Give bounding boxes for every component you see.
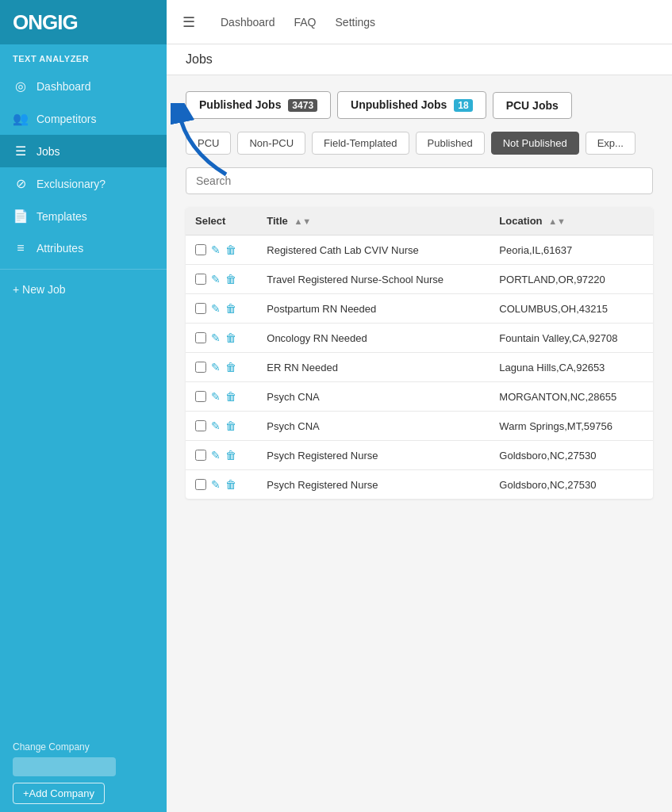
title-cell-4: ER RN Needed bbox=[257, 353, 490, 382]
filter-field-templated[interactable]: Field-Templated bbox=[312, 132, 409, 155]
attributes-icon: ≡ bbox=[13, 241, 29, 255]
search-wrap bbox=[186, 167, 653, 194]
jobs-table: Select Title ▲▼ Location ▲▼ ✎ bbox=[186, 207, 653, 499]
location-sort-icon[interactable]: ▲▼ bbox=[548, 216, 566, 226]
sidebar-item-competitors[interactable]: 👥 Competitors bbox=[0, 102, 167, 135]
unpublished-jobs-label: Unpublished Jobs bbox=[351, 98, 447, 111]
select-cell-5: ✎ 🗑 bbox=[186, 382, 257, 412]
delete-icon-1[interactable]: 🗑 bbox=[225, 273, 236, 285]
row-checkbox-8[interactable] bbox=[195, 479, 206, 490]
table-row: ✎ 🗑 Psych CNA MORGANTON,NC,28655 bbox=[186, 382, 653, 412]
sidebar-item-dashboard[interactable]: ◎ Dashboard bbox=[0, 70, 167, 102]
add-company-button[interactable]: +Add Company bbox=[13, 783, 105, 804]
hamburger-icon[interactable]: ☰ bbox=[182, 13, 195, 31]
sidebar-item-templates[interactable]: 📄 Templates bbox=[0, 200, 167, 232]
row-checkbox-4[interactable] bbox=[195, 362, 206, 373]
edit-icon-8[interactable]: ✎ bbox=[211, 478, 221, 491]
row-checkbox-1[interactable] bbox=[195, 274, 206, 285]
table-row: ✎ 🗑 Travel Registered Nurse-School Nurse… bbox=[186, 265, 653, 294]
sidebar-item-exclusionary[interactable]: ⊘ Exclusionary? bbox=[0, 167, 167, 200]
edit-icon-7[interactable]: ✎ bbox=[211, 449, 221, 462]
title-sort-icon[interactable]: ▲▼ bbox=[294, 216, 311, 226]
filter-pcu[interactable]: PCU bbox=[186, 132, 231, 155]
row-checkbox-7[interactable] bbox=[195, 450, 206, 461]
row-checkbox-0[interactable] bbox=[195, 244, 206, 255]
sidebar: ONGIG TEXT ANALYZER ◎ Dashboard 👥 Compet… bbox=[0, 0, 167, 812]
location-cell-0: Peoria,IL,61637 bbox=[490, 236, 653, 265]
text-analyzer-label: TEXT ANALYZER bbox=[0, 44, 167, 70]
tab-published-jobs[interactable]: Published Jobs 3473 bbox=[186, 91, 331, 119]
col-location: Location ▲▼ bbox=[490, 207, 653, 236]
new-job-label: + New Job bbox=[13, 283, 66, 296]
table-row: ✎ 🗑 Psych Registered Nurse Goldsboro,NC,… bbox=[186, 470, 653, 500]
select-cell-1: ✎ 🗑 bbox=[186, 265, 257, 294]
delete-icon-2[interactable]: 🗑 bbox=[225, 302, 236, 315]
change-company-section: Change Company +Add Company bbox=[0, 733, 167, 812]
table-row: ✎ 🗑 Postpartum RN Needed COLUMBUS,OH,432… bbox=[186, 294, 653, 324]
change-company-label: Change Company bbox=[13, 741, 154, 753]
tab-unpublished-jobs[interactable]: Unpublished Jobs 18 bbox=[337, 91, 486, 119]
delete-icon-4[interactable]: 🗑 bbox=[225, 361, 236, 373]
sidebar-item-label: Exclusionary? bbox=[36, 178, 106, 190]
content-area: Published Jobs 3473 Unpublished Jobs 18 … bbox=[167, 75, 672, 812]
exclusionary-icon: ⊘ bbox=[13, 176, 29, 191]
tab-pcu-jobs[interactable]: PCU Jobs bbox=[493, 92, 572, 119]
table-row: ✎ 🗑 ER RN Needed Laguna Hills,CA,92653 bbox=[186, 353, 653, 382]
row-checkbox-5[interactable] bbox=[195, 391, 206, 402]
sidebar-divider bbox=[0, 269, 167, 270]
title-cell-5: Psych CNA bbox=[257, 382, 490, 412]
templates-icon: 📄 bbox=[13, 209, 29, 224]
title-cell-6: Psych CNA bbox=[257, 412, 490, 441]
topnav-settings[interactable]: Settings bbox=[336, 13, 376, 32]
sidebar-item-new-job[interactable]: + New Job bbox=[0, 274, 167, 304]
delete-icon-5[interactable]: 🗑 bbox=[225, 390, 236, 403]
location-cell-6: Warm Springs,MT,59756 bbox=[490, 412, 653, 441]
delete-icon-6[interactable]: 🗑 bbox=[225, 419, 236, 432]
filter-exp[interactable]: Exp... bbox=[586, 132, 636, 155]
edit-icon-2[interactable]: ✎ bbox=[211, 302, 221, 315]
topnav-dashboard[interactable]: Dashboard bbox=[221, 13, 275, 32]
delete-icon-3[interactable]: 🗑 bbox=[225, 331, 236, 344]
edit-icon-5[interactable]: ✎ bbox=[211, 390, 221, 403]
edit-icon-3[interactable]: ✎ bbox=[211, 331, 221, 344]
job-tabs-row: Published Jobs 3473 Unpublished Jobs 18 … bbox=[186, 91, 653, 119]
delete-icon-0[interactable]: 🗑 bbox=[225, 243, 236, 256]
table-body: ✎ 🗑 Registered Cath Lab CVIV Nurse Peori… bbox=[186, 236, 653, 500]
location-cell-4: Laguna Hills,CA,92653 bbox=[490, 353, 653, 382]
sidebar-item-label: Templates bbox=[36, 210, 87, 223]
published-jobs-label: Published Jobs bbox=[199, 98, 281, 111]
col-title: Title ▲▼ bbox=[257, 207, 490, 236]
filter-non-pcu[interactable]: Non-PCU bbox=[237, 132, 305, 155]
sidebar-item-label: Dashboard bbox=[36, 80, 91, 93]
dashboard-icon: ◎ bbox=[13, 79, 29, 94]
sidebar-item-label: Jobs bbox=[36, 145, 60, 158]
title-cell-1: Travel Registered Nurse-School Nurse bbox=[257, 265, 490, 294]
pcu-jobs-label: PCU Jobs bbox=[506, 99, 559, 112]
jobs-icon: ☰ bbox=[13, 144, 29, 159]
select-cell-2: ✎ 🗑 bbox=[186, 294, 257, 324]
edit-icon-1[interactable]: ✎ bbox=[211, 273, 221, 285]
page-title: Jobs bbox=[186, 52, 213, 66]
location-cell-7: Goldsboro,NC,27530 bbox=[490, 441, 653, 470]
delete-icon-8[interactable]: 🗑 bbox=[225, 478, 236, 491]
table-row: ✎ 🗑 Registered Cath Lab CVIV Nurse Peori… bbox=[186, 236, 653, 265]
edit-icon-0[interactable]: ✎ bbox=[211, 243, 221, 256]
sidebar-item-attributes[interactable]: ≡ Attributes bbox=[0, 232, 167, 264]
row-checkbox-3[interactable] bbox=[195, 332, 206, 343]
sidebar-item-jobs[interactable]: ☰ Jobs bbox=[0, 135, 167, 167]
title-cell-7: Psych Registered Nurse bbox=[257, 441, 490, 470]
row-checkbox-6[interactable] bbox=[195, 420, 206, 431]
edit-icon-6[interactable]: ✎ bbox=[211, 419, 221, 432]
search-input[interactable] bbox=[186, 167, 653, 194]
row-checkbox-2[interactable] bbox=[195, 303, 206, 314]
edit-icon-4[interactable]: ✎ bbox=[211, 361, 221, 373]
location-cell-3: Fountain Valley,CA,92708 bbox=[490, 324, 653, 353]
topnav-faq[interactable]: FAQ bbox=[294, 13, 317, 32]
delete-icon-7[interactable]: 🗑 bbox=[225, 449, 236, 462]
select-cell-4: ✎ 🗑 bbox=[186, 353, 257, 382]
select-cell-3: ✎ 🗑 bbox=[186, 324, 257, 353]
location-cell-8: Goldsboro,NC,27530 bbox=[490, 470, 653, 500]
filter-not-published[interactable]: Not Published bbox=[491, 132, 579, 155]
filter-published[interactable]: Published bbox=[416, 132, 485, 155]
select-cell-6: ✎ 🗑 bbox=[186, 412, 257, 441]
